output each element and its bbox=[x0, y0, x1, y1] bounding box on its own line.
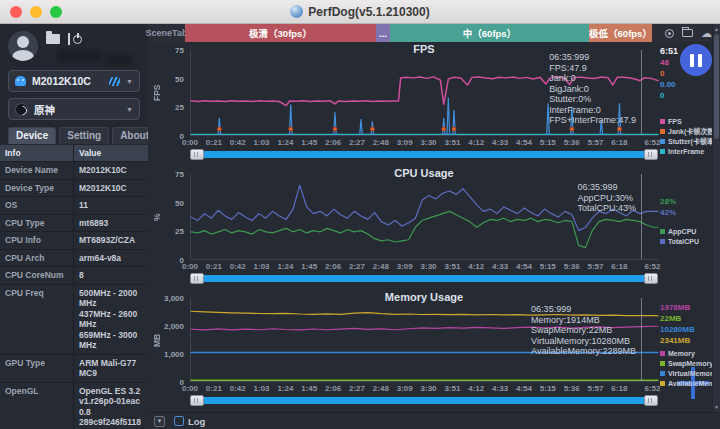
legend-swatch bbox=[660, 129, 665, 134]
value-cell: 500MHz - 2000MHz 437MHz - 2600MHz 659MHz… bbox=[74, 285, 148, 354]
usb-connection-icon[interactable] bbox=[109, 77, 120, 86]
bottom-bar: ▼ Log bbox=[148, 412, 720, 429]
plot-area[interactable]: 06:35:999Memory:1914MBSwapMemory:22MBVir… bbox=[190, 298, 658, 382]
tab-device[interactable]: Device bbox=[8, 127, 56, 144]
x-tick-label: 1:03 bbox=[254, 138, 270, 147]
user-avatar[interactable] bbox=[8, 31, 38, 61]
android-device-icon bbox=[15, 76, 26, 86]
legend-swatch bbox=[660, 371, 665, 376]
info-cell: CPU Arch bbox=[0, 250, 74, 267]
legend-label: AppCPU bbox=[668, 228, 696, 235]
legend-item[interactable]: TotalCPU bbox=[660, 236, 699, 246]
device-selector-dropdown[interactable]: M2012K10C ▼ bbox=[8, 70, 140, 92]
log-checkbox[interactable] bbox=[174, 416, 184, 426]
time-range-slider[interactable] bbox=[190, 149, 658, 160]
x-tick-label: 1:24 bbox=[277, 262, 293, 271]
slider-track[interactable] bbox=[190, 397, 658, 404]
legend-item[interactable]: SwapMemory bbox=[660, 358, 712, 368]
slider-right-handle[interactable] bbox=[644, 395, 658, 406]
x-tick-label: 3:09 bbox=[397, 138, 413, 147]
chart-legend: AppCPUTotalCPU bbox=[660, 226, 699, 246]
legend-label: SwapMemory bbox=[668, 360, 712, 367]
scene-toolbar-icons: ☁ bbox=[652, 24, 720, 42]
legend-swatch bbox=[660, 139, 665, 144]
cloud-icon[interactable]: ☁ bbox=[701, 28, 712, 39]
folder-icon[interactable] bbox=[46, 34, 60, 44]
scene-segment[interactable]: 中（60fps） bbox=[390, 24, 589, 42]
legend-item[interactable]: AvailableMemory bbox=[660, 378, 712, 388]
legend-swatch bbox=[660, 381, 665, 386]
tab-setting[interactable]: Setting bbox=[59, 127, 109, 144]
plot-area[interactable]: 06:35:999AppCPU:30%TotalCPU:43% bbox=[190, 174, 658, 260]
legend-item[interactable]: InterFrame bbox=[660, 146, 712, 156]
close-window-button[interactable] bbox=[10, 6, 22, 18]
x-tick-label: 1:03 bbox=[254, 262, 270, 271]
x-tick-label: 4:12 bbox=[468, 262, 484, 271]
slider-right-handle[interactable] bbox=[644, 149, 658, 160]
zoom-window-button[interactable] bbox=[50, 6, 62, 18]
perfdog-logo-icon bbox=[290, 5, 303, 18]
x-tick-label: 5:15 bbox=[540, 138, 556, 147]
legend-item[interactable]: Jank(卡顿次数) bbox=[660, 126, 712, 136]
device-name-label: M2012K10C bbox=[32, 75, 103, 87]
plot-area[interactable]: 06:35:999FPS:47.9Jank:0BigJank:0Stutter:… bbox=[190, 50, 658, 136]
log-toggle[interactable]: Log bbox=[174, 416, 205, 427]
table-row: CPU InfoMT6893Z/CZA bbox=[0, 231, 148, 249]
scene-segment[interactable]: ... bbox=[376, 24, 390, 42]
tooltip-line: AppCPU:30% bbox=[577, 193, 636, 204]
slider-left-handle[interactable] bbox=[190, 273, 204, 284]
scroll-up-icon[interactable]: ▲ bbox=[713, 26, 720, 32]
power-icon[interactable] bbox=[68, 33, 84, 46]
slider-right-handle[interactable] bbox=[644, 273, 658, 284]
table-row: Device NameM2012K10C bbox=[0, 161, 148, 179]
time-range-slider[interactable] bbox=[190, 273, 658, 284]
scroll-down-icon[interactable]: ▼ bbox=[713, 404, 720, 410]
slider-left-handle[interactable] bbox=[190, 149, 204, 160]
vertical-scrollbar[interactable]: ▲ ▼ bbox=[712, 24, 720, 412]
legend-swatch bbox=[660, 351, 665, 356]
x-tick-label: 2:27 bbox=[349, 262, 365, 271]
scene-segment[interactable]: 极低（60fps） bbox=[589, 24, 652, 42]
x-tick-label: 5:36 bbox=[564, 384, 580, 393]
legend-item[interactable]: AppCPU bbox=[660, 226, 699, 236]
legend-item[interactable]: FPS bbox=[660, 116, 712, 126]
x-tick-label: 3:30 bbox=[421, 262, 437, 271]
x-tick-label: 0:00 bbox=[182, 138, 198, 147]
x-tick-label: 5:36 bbox=[564, 262, 580, 271]
folder-icon[interactable] bbox=[682, 29, 693, 37]
x-tick-label: 3:51 bbox=[444, 262, 460, 271]
legend-item[interactable]: VirtualMemory bbox=[660, 368, 712, 378]
time-range-slider[interactable] bbox=[190, 395, 658, 406]
current-value: 2341MB bbox=[660, 335, 695, 346]
tab-about[interactable]: About bbox=[112, 127, 148, 144]
slider-left-handle[interactable] bbox=[190, 395, 204, 406]
slider-track[interactable] bbox=[190, 275, 658, 282]
x-tick-label: 6:52 bbox=[644, 262, 660, 271]
tooltip-line: BigJank:0 bbox=[549, 84, 636, 95]
x-tick-label: 6:52 bbox=[644, 384, 660, 393]
minimize-window-button[interactable] bbox=[30, 6, 42, 18]
y-tick-label: 75 bbox=[148, 170, 184, 179]
location-icon[interactable] bbox=[665, 29, 674, 38]
slider-track[interactable] bbox=[190, 151, 658, 158]
x-tick-label: 5:57 bbox=[588, 262, 604, 271]
tooltip-line: AvailableMemory:2289MB bbox=[531, 346, 636, 357]
x-tick-label: 1:24 bbox=[277, 138, 293, 147]
legend-swatch bbox=[660, 119, 665, 124]
pause-button[interactable] bbox=[680, 44, 712, 76]
scene-segment[interactable]: 极清（30fps） bbox=[185, 24, 376, 42]
x-tick-label: 3:09 bbox=[397, 262, 413, 271]
x-tick-label: 2:27 bbox=[349, 384, 365, 393]
y-tick-label: 75 bbox=[148, 46, 184, 55]
tooltip-line: TotalCPU:43% bbox=[577, 203, 636, 214]
legend-item[interactable]: Memory bbox=[660, 348, 712, 358]
y-tick-label: 50 bbox=[148, 75, 184, 84]
app-selector-dropdown[interactable]: 原神 ▼ bbox=[8, 98, 140, 120]
x-tick-label: 5:15 bbox=[540, 262, 556, 271]
legend-item[interactable]: Stutter(卡顿率) bbox=[660, 136, 712, 146]
chart-legend: MemorySwapMemoryVirtualMemoryAvailableMe… bbox=[660, 348, 712, 388]
current-value: 48 bbox=[660, 57, 676, 68]
collapse-panel-button[interactable]: ▼ bbox=[154, 416, 165, 427]
legend-swatch bbox=[660, 149, 665, 154]
scrollbar-thumb[interactable] bbox=[714, 34, 719, 139]
